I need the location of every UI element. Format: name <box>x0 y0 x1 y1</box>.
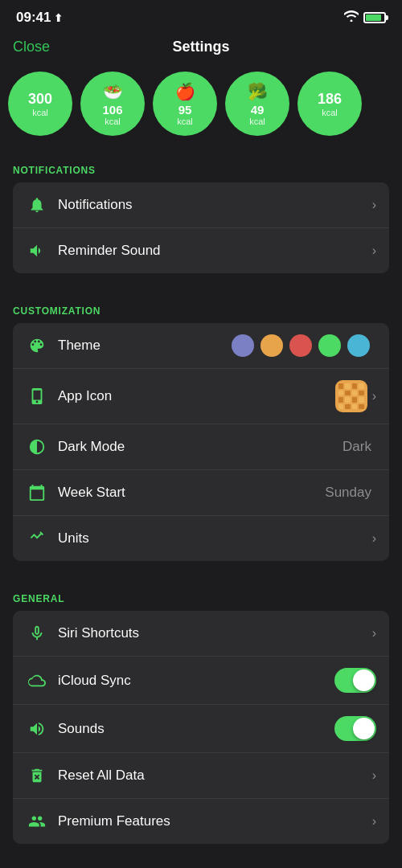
location-icon: ⬆ <box>54 12 63 24</box>
page-title: Settings <box>172 39 229 55</box>
notifications-section: Notifications › Reminder Sound › <box>13 182 389 273</box>
trash-icon <box>26 764 48 787</box>
color-purple[interactable] <box>232 334 254 357</box>
sounds-icon <box>26 718 48 740</box>
icloud-sync-label: iCloud Sync <box>58 673 334 689</box>
general-section: Siri Shortcuts › iCloud Sync Sounds <box>13 611 389 844</box>
status-bar: 09:41 ⬆ <box>0 0 402 32</box>
icloud-sync-row[interactable]: iCloud Sync <box>13 657 389 705</box>
food-circle-5[interactable]: 186 kcal <box>297 72 362 136</box>
customization-section-header: CUSTOMIZATION <box>0 289 402 323</box>
status-time: 09:41 ⬆ <box>16 10 63 26</box>
chevron-right-icon: › <box>372 390 376 403</box>
app-icon-label: App Icon <box>58 388 335 404</box>
app-icon-preview <box>335 380 367 412</box>
time-label: 09:41 <box>16 10 51 26</box>
nav-bar: Close Settings <box>0 32 402 65</box>
theme-colors <box>232 334 370 357</box>
food-circles: 300 kcal 🥗 106 kcal 🍎 95 kcal 🥦 49 kcal … <box>0 65 402 149</box>
cloud-icon <box>26 669 48 692</box>
close-button[interactable]: Close <box>13 39 50 55</box>
palette-icon <box>26 334 48 357</box>
microphone-icon <box>26 622 48 645</box>
notifications-row[interactable]: Notifications › <box>13 182 389 228</box>
battery-icon <box>363 12 386 23</box>
week-start-label: Week Start <box>58 485 325 501</box>
food-circle-1[interactable]: 300 kcal <box>8 72 72 136</box>
reset-all-data-label: Reset All Data <box>58 768 372 784</box>
notifications-label: Notifications <box>58 197 372 213</box>
chevron-right-icon: › <box>372 815 376 828</box>
app-icon-row[interactable]: App Icon › <box>13 369 389 424</box>
food-circle-2[interactable]: 🥗 106 kcal <box>80 72 145 136</box>
bell-icon <box>26 194 48 216</box>
chevron-right-icon: › <box>372 532 376 545</box>
chevron-right-icon: › <box>372 199 376 211</box>
chevron-right-icon: › <box>372 244 376 257</box>
sound-icon <box>26 240 48 262</box>
sounds-row[interactable]: Sounds <box>13 705 389 753</box>
theme-row[interactable]: Theme <box>13 323 389 369</box>
reminder-sound-row[interactable]: Reminder Sound › <box>13 228 389 273</box>
reminder-sound-label: Reminder Sound <box>58 243 372 259</box>
color-green[interactable] <box>318 334 341 357</box>
units-row[interactable]: Units › <box>13 516 389 561</box>
premium-features-row[interactable]: Premium Features › <box>13 799 389 844</box>
color-blue[interactable] <box>347 334 370 357</box>
app-icon-setting-icon <box>26 385 48 407</box>
food-circle-4[interactable]: 🥦 49 kcal <box>225 72 289 136</box>
units-icon <box>26 527 48 550</box>
food-circle-3[interactable]: 🍎 95 kcal <box>153 72 217 136</box>
customization-section: Theme App Icon <box>13 323 389 561</box>
status-icons <box>344 10 386 25</box>
week-start-row[interactable]: Week Start Sunday <box>13 470 389 516</box>
siri-shortcuts-label: Siri Shortcuts <box>58 625 372 641</box>
premium-features-label: Premium Features <box>58 813 372 829</box>
dark-mode-label: Dark Mode <box>58 439 343 455</box>
chevron-right-icon: › <box>372 627 376 640</box>
chevron-right-icon: › <box>372 769 376 782</box>
premium-icon <box>26 810 48 833</box>
color-red[interactable] <box>289 334 312 357</box>
week-start-value: Sunday <box>325 485 371 501</box>
units-label: Units <box>58 530 372 547</box>
wifi-icon <box>344 10 359 25</box>
sounds-toggle[interactable] <box>334 716 376 741</box>
dark-mode-value: Dark <box>343 439 371 455</box>
sounds-label: Sounds <box>58 721 334 737</box>
calendar-icon <box>26 481 48 504</box>
icloud-sync-toggle[interactable] <box>334 668 376 693</box>
dark-mode-icon <box>26 436 48 458</box>
color-orange[interactable] <box>260 334 283 357</box>
siri-shortcuts-row[interactable]: Siri Shortcuts › <box>13 611 389 657</box>
general-section-header: GENERAL <box>0 577 402 611</box>
dark-mode-row[interactable]: Dark Mode Dark <box>13 424 389 470</box>
reset-all-data-row[interactable]: Reset All Data › <box>13 753 389 799</box>
theme-label: Theme <box>58 338 232 354</box>
notifications-section-header: NOTIFICATIONS <box>0 149 402 182</box>
